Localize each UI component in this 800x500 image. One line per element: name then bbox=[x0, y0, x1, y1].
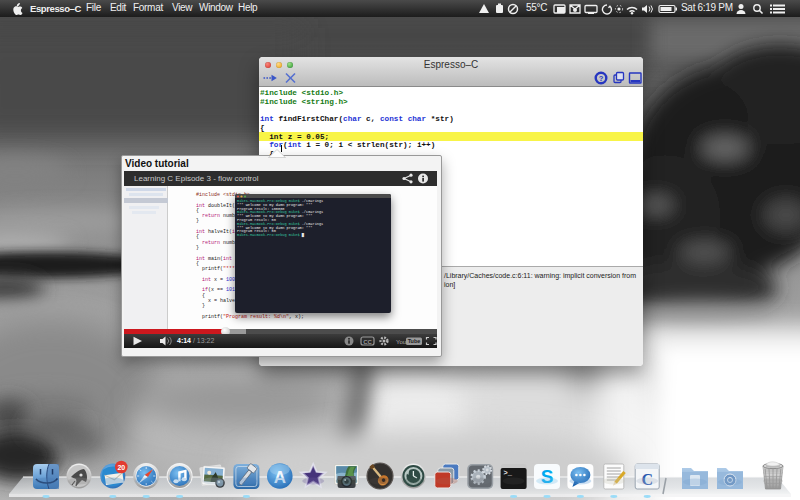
svg-text:20: 20 bbox=[117, 464, 125, 471]
svg-text:>_: >_ bbox=[504, 469, 513, 477]
svg-text:Tube: Tube bbox=[408, 338, 421, 344]
svg-text:CC: CC bbox=[363, 339, 372, 345]
svg-text:?: ? bbox=[599, 74, 604, 83]
svg-text:You: You bbox=[396, 339, 406, 345]
